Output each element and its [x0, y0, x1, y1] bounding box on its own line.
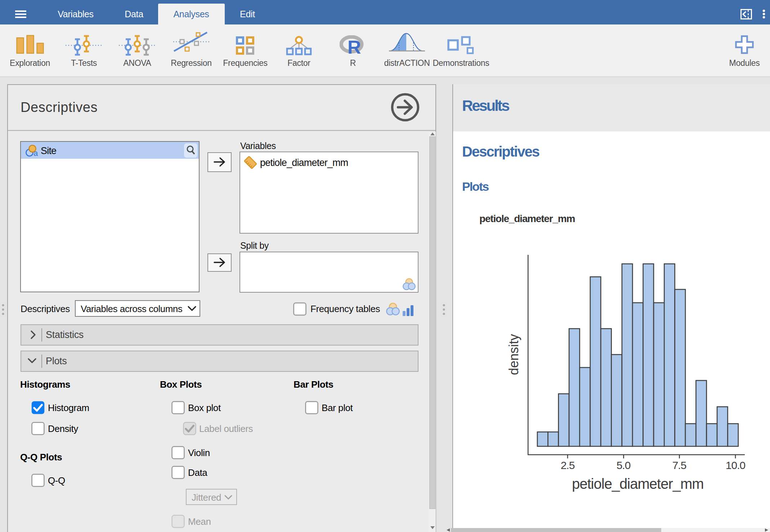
- svg-text:a: a: [33, 149, 38, 158]
- svg-text:R: R: [348, 37, 361, 55]
